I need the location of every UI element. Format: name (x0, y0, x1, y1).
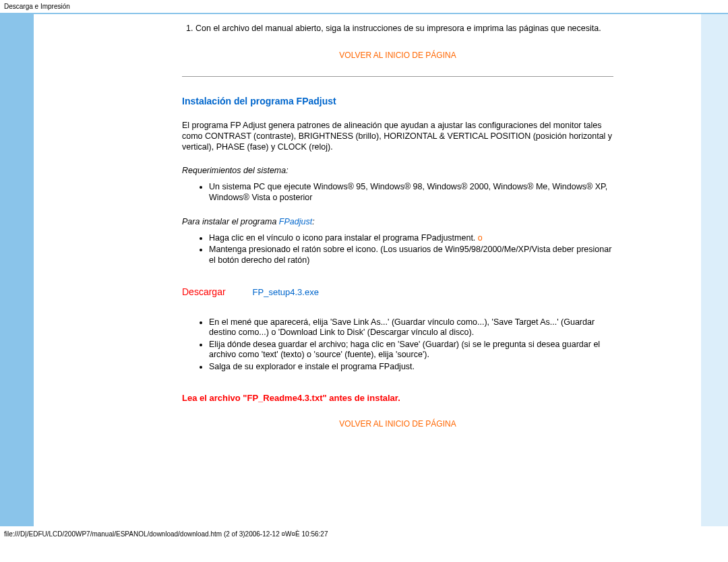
install-suffix: : (312, 217, 314, 226)
download-file-link[interactable]: FP_setup4.3.exe (253, 287, 319, 297)
download-row: Descargar FP_setup4.3.exe (182, 286, 613, 297)
requirement-item: Un sistema PC que ejecute Windows® 95, W… (209, 182, 613, 203)
post-item-1: En el mené que aparecerá, elija 'Save Li… (209, 317, 613, 338)
divider (182, 76, 613, 77)
container: Con el archivo del manual abierto, siga … (0, 14, 728, 526)
install-step-1-text: Haga clic en el vínculo o icono para ins… (209, 233, 478, 243)
install-step-1: Haga clic en el vínculo o icono para ins… (209, 233, 613, 244)
install-step-2: Mantenga presionado el ratón sobre el ic… (209, 245, 613, 266)
section-title: Instalación del programa FPadjust (182, 96, 613, 106)
fpadjust-link[interactable]: FPadjust (279, 217, 312, 226)
post-download-list: En el mené que aparecerá, elija 'Save Li… (182, 317, 613, 373)
o-link[interactable]: o (478, 233, 483, 243)
readme-warning: Lea el archivo "FP_Readme4.3.txt" antes … (182, 393, 613, 403)
right-sidebar (701, 14, 728, 526)
install-label: Para instalar el programa FPadjust: (182, 217, 613, 226)
back-to-top-link-2[interactable]: VOLVER AL INICIO DE PÁGINA (182, 419, 613, 429)
download-label: Descargar (182, 286, 226, 297)
post-item-2: Elija dónde desea guardar el archivo; ha… (209, 340, 613, 361)
page-header: Descarga e Impresión (0, 0, 728, 13)
content-block: Con el archivo del manual abierto, siga … (182, 24, 613, 429)
post-item-3: Salga de su explorador e instale el prog… (209, 362, 613, 373)
instruction-item: Con el archivo del manual abierto, siga … (195, 24, 613, 34)
intro-paragraph: El programa FP Adjust genera patrones de… (182, 120, 613, 153)
back-to-top-link-1[interactable]: VOLVER AL INICIO DE PÁGINA (182, 51, 613, 60)
left-sidebar (0, 14, 34, 526)
install-prefix: Para instalar el programa (182, 217, 279, 226)
main-content: Con el archivo del manual abierto, siga … (34, 14, 627, 526)
requirements-label: Requerimientos del sistema: (182, 166, 613, 175)
install-steps-list: Haga clic en el vínculo o icono para ins… (182, 233, 613, 266)
requirements-list: Un sistema PC que ejecute Windows® 95, W… (182, 182, 613, 203)
instruction-list: Con el archivo del manual abierto, siga … (182, 24, 613, 34)
page-footer: file:///D|/EDFU/LCD/200WP7/manual/ESPANO… (0, 526, 728, 542)
content-outer: Con el archivo del manual abierto, siga … (0, 13, 728, 526)
